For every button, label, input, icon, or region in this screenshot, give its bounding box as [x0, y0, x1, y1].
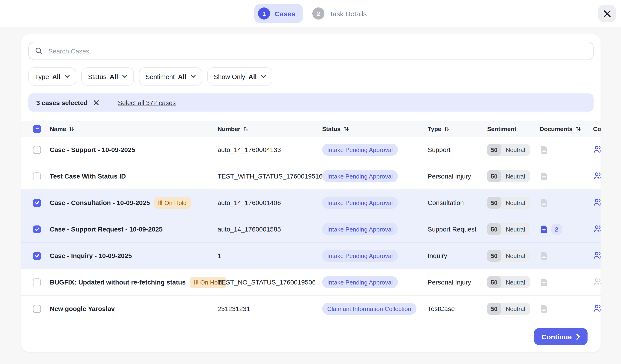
row-checkbox-cell — [21, 199, 50, 207]
chevron-down-icon — [261, 75, 266, 78]
table-row[interactable]: BUGFIX: Updated without re-fetching stat… — [21, 269, 601, 296]
case-type: Support — [428, 146, 487, 153]
pause-icon — [158, 200, 162, 205]
row-checkbox[interactable] — [33, 146, 41, 154]
case-name-cell: Case - Support Request - 10-09-2025 — [50, 225, 218, 233]
footer: Continue — [21, 322, 601, 345]
continue-button[interactable]: Continue — [534, 328, 587, 345]
select-all-link[interactable]: Select all 372 cases — [118, 99, 176, 106]
close-button[interactable] — [598, 5, 616, 22]
table-row[interactable]: Case - Support - 10-09-2025 auto_14_1760… — [21, 137, 601, 163]
sentiment-label: Neutral — [501, 146, 530, 153]
contacts-icon[interactable] — [593, 145, 601, 154]
on-hold-label: On Hold — [165, 199, 187, 206]
banner-divider — [109, 97, 110, 108]
filter-label: Sentiment — [145, 73, 175, 80]
document-icon[interactable] — [540, 251, 549, 260]
row-checkbox[interactable] — [33, 199, 41, 207]
status-badge: Intake Pending Approval — [322, 197, 398, 209]
filter-bar: Type All Status All Sentiment All — [28, 68, 594, 86]
chevron-down-icon — [65, 75, 70, 78]
table-row[interactable]: New google Yaroslav 231231231 Claimant I… — [21, 296, 601, 322]
column-label: Documents — [540, 125, 573, 132]
document-icon[interactable] — [540, 172, 549, 181]
continue-label: Continue — [541, 333, 572, 341]
sentiment-label: Neutral — [501, 252, 530, 259]
sentiment-score: 50 — [487, 303, 501, 315]
clear-selection-button[interactable] — [92, 99, 100, 106]
cases-card: Type All Status All Sentiment All — [21, 35, 601, 352]
case-status-cell: Intake Pending Approval — [322, 144, 428, 156]
contacts-cell — [593, 225, 601, 234]
contacts-cell — [593, 172, 601, 181]
case-name-cell: Case - Inquiry - 10-09-2025 — [50, 252, 218, 260]
filter-value: All — [178, 73, 186, 80]
row-checkbox[interactable] — [33, 172, 41, 180]
sort-icon — [243, 126, 249, 132]
sentiment-badge: 50 Neutral — [487, 276, 530, 288]
step-cases[interactable]: 1 Cases — [254, 4, 303, 23]
sort-icon — [575, 126, 581, 132]
table-row[interactable]: Case - Consultation - 10-09-2025 On Hold… — [21, 190, 601, 216]
case-status-cell: Intake Pending Approval — [322, 197, 428, 209]
contacts-icon[interactable] — [593, 198, 601, 207]
case-name: Test Case With Status ID — [50, 173, 126, 180]
row-checkbox[interactable] — [33, 278, 41, 286]
sentiment-cell: 50 Neutral — [487, 170, 540, 182]
sentiment-score: 50 — [487, 276, 501, 288]
filter-type[interactable]: Type All — [28, 68, 76, 86]
contacts-icon[interactable] — [593, 304, 601, 313]
table-row[interactable]: Test Case With Status ID TEST_WITH_STATU… — [21, 163, 601, 190]
column-header-sentiment[interactable]: Sentiment — [487, 125, 540, 132]
filter-label: Type — [35, 73, 49, 80]
case-number: auto_14_1760004133 — [218, 146, 322, 153]
column-header-number[interactable]: Number — [218, 125, 322, 132]
column-label: Co — [593, 125, 601, 132]
contacts-icon[interactable] — [593, 225, 601, 234]
column-header-co[interactable]: Co — [593, 125, 601, 132]
step-task-details[interactable]: 2 Task Details — [312, 7, 367, 19]
sort-icon — [343, 126, 349, 132]
search-input[interactable] — [47, 47, 587, 55]
sentiment-score: 50 — [487, 144, 501, 156]
contacts-cell — [593, 198, 601, 207]
document-icon[interactable] — [540, 278, 549, 287]
step-number-badge: 2 — [312, 7, 325, 19]
documents-cell — [540, 145, 593, 154]
filter-value: All — [52, 73, 61, 80]
document-icon[interactable] — [540, 198, 549, 207]
document-icon[interactable] — [540, 225, 549, 234]
case-status-cell: Claimant Information Collection — [322, 303, 428, 315]
filter-show-only[interactable]: Show Only All — [207, 68, 273, 86]
sentiment-badge: 50 Neutral — [487, 223, 530, 235]
select-all-checkbox[interactable] — [33, 125, 41, 133]
sentiment-label: Neutral — [501, 305, 530, 312]
column-header-documents[interactable]: Documents — [540, 125, 593, 132]
top-bar: 1 Cases 2 Task Details — [0, 0, 621, 27]
row-checkbox[interactable] — [33, 225, 41, 233]
row-checkbox[interactable] — [33, 252, 41, 260]
sentiment-cell: 50 Neutral — [487, 197, 540, 209]
document-icon[interactable] — [540, 304, 549, 313]
clear-selection-icon — [93, 100, 99, 105]
contacts-icon[interactable] — [593, 172, 601, 181]
filter-sentiment[interactable]: Sentiment All — [139, 68, 202, 86]
column-label: Sentiment — [487, 125, 517, 132]
row-checkbox-cell — [21, 305, 50, 313]
column-header-type[interactable]: Type — [428, 125, 487, 132]
document-icon[interactable] — [540, 145, 549, 154]
case-type: Support Request — [428, 225, 487, 233]
row-checkbox-cell — [21, 225, 50, 233]
filter-status[interactable]: Status All — [82, 68, 134, 86]
sort-icon — [69, 126, 75, 132]
table-row[interactable]: Case - Support Request - 10-09-2025 auto… — [21, 216, 601, 243]
table-row[interactable]: Case - Inquiry - 10-09-2025 1 Intake Pen… — [21, 243, 601, 269]
contacts-icon[interactable] — [593, 251, 601, 260]
column-header-status[interactable]: Status — [322, 125, 428, 132]
documents-cell — [540, 304, 593, 313]
column-header-name[interactable]: Name — [50, 125, 218, 132]
status-badge: Intake Pending Approval — [322, 223, 398, 235]
documents-cell — [540, 251, 593, 260]
contacts-icon[interactable] — [593, 277, 601, 287]
row-checkbox[interactable] — [33, 305, 41, 313]
